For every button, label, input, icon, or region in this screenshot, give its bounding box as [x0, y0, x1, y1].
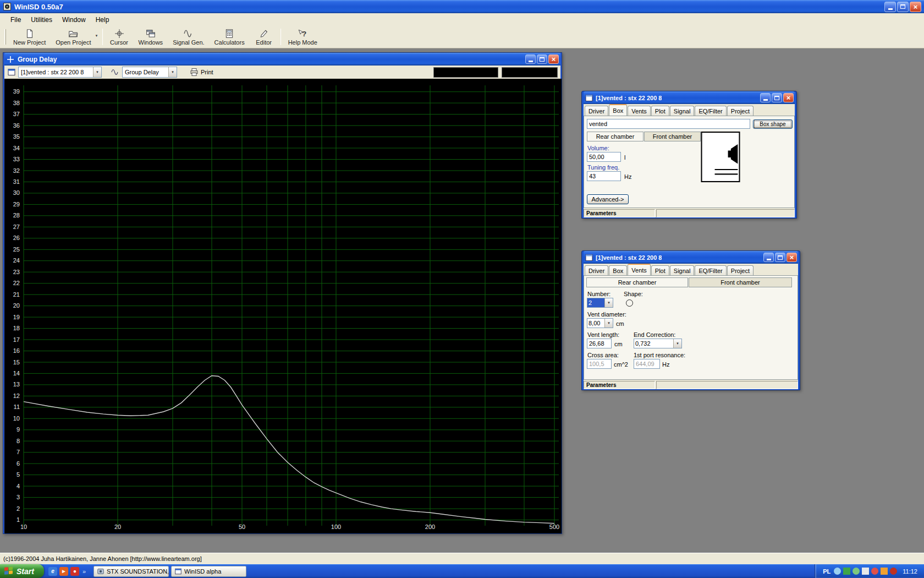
box-shape-button[interactable]: Box shape: [753, 119, 793, 129]
clock[interactable]: 11:12: [903, 568, 917, 575]
maximize-button[interactable]: [772, 93, 782, 102]
tab-signal[interactable]: Signal: [670, 106, 695, 116]
tab-project[interactable]: Project: [727, 106, 754, 116]
toolbar-button-label: New Project: [13, 39, 46, 46]
volume-unit: l: [624, 154, 625, 161]
chevron-down-icon[interactable]: ▼: [168, 67, 177, 77]
close-button[interactable]: ×: [910, 2, 921, 12]
svg-text:20: 20: [114, 524, 121, 530]
print-button[interactable]: Print: [186, 67, 217, 78]
menu-file[interactable]: File: [6, 14, 26, 25]
box-window-titlebar[interactable]: [1]vented : stx 22 200 8 ×: [584, 91, 795, 104]
front-chamber-tab[interactable]: Front chamber: [644, 132, 701, 141]
close-button[interactable]: ×: [548, 54, 559, 64]
minimize-button[interactable]: [884, 2, 896, 12]
chevron-down-icon[interactable]: ▼: [93, 67, 101, 77]
rear-chamber-tab[interactable]: Rear chamber: [586, 277, 688, 287]
tray-icon-6[interactable]: [881, 568, 888, 575]
calculators-icon: [224, 29, 234, 39]
start-button[interactable]: Start: [0, 564, 44, 578]
main-statusbar: (c)1996-2004 Juha Hartikainen, Janne Aho…: [0, 553, 924, 564]
project-selector-combo[interactable]: [1]vented : stx 22 200 8 ▼: [18, 67, 102, 78]
windows-button[interactable]: Windows: [134, 26, 168, 47]
tray-icon-1[interactable]: [834, 568, 841, 575]
plot-type-combo[interactable]: Group Delay ▼: [122, 67, 177, 78]
tuning-freq-input[interactable]: [587, 171, 621, 181]
minimize-button[interactable]: [760, 93, 771, 102]
tab-plot[interactable]: Plot: [651, 265, 669, 275]
chevron-down-icon[interactable]: ▼: [604, 298, 613, 307]
end-correction-combo[interactable]: 0,732 ▼: [634, 339, 682, 348]
ie-icon[interactable]: e: [48, 567, 57, 576]
chevron-down-icon[interactable]: ▼: [673, 339, 681, 348]
tab-project[interactable]: Project: [727, 265, 754, 275]
tab-box[interactable]: Box: [609, 104, 627, 116]
task-stx-soundstation[interactable]: STX SOUNDSTATION,...: [94, 566, 169, 577]
chevron-down-icon[interactable]: ▼: [604, 319, 613, 328]
tray-icon-5[interactable]: [871, 568, 878, 575]
group-delay-titlebar[interactable]: Group Delay ×: [4, 53, 560, 66]
tray-icon-7[interactable]: [890, 568, 897, 575]
svg-text:8: 8: [16, 438, 20, 444]
language-indicator[interactable]: PL: [823, 568, 831, 575]
vent-number-combo[interactable]: 2 ▼: [587, 298, 613, 308]
main-toolbar: New ProjectOpen Project▼CursorWindowsSig…: [0, 26, 924, 48]
vents-window-titlebar[interactable]: [1]vented : stx 22 200 8 ×: [584, 251, 798, 264]
tab-box[interactable]: Box: [609, 265, 627, 275]
box-name-input[interactable]: [587, 119, 750, 129]
rear-chamber-tab[interactable]: Rear chamber: [587, 132, 644, 141]
editor-button[interactable]: Editor: [250, 26, 278, 47]
cursor-readout-2: [502, 67, 558, 78]
firefox-icon[interactable]: ●: [70, 567, 79, 576]
maximize-button[interactable]: [537, 54, 547, 64]
menu-utilities[interactable]: Utilities: [26, 14, 57, 25]
menu-help[interactable]: Help: [91, 14, 114, 25]
media-player-icon[interactable]: ►: [59, 567, 68, 576]
open-project-button[interactable]: Open Project▼: [51, 26, 100, 47]
close-button[interactable]: ×: [783, 93, 794, 102]
tab-vents[interactable]: Vents: [628, 264, 651, 275]
tray-icon-2[interactable]: [843, 568, 850, 575]
calculators-button[interactable]: Calculators: [210, 26, 250, 47]
tab-eq-filter[interactable]: EQ/Filter: [695, 106, 726, 116]
vent-length-input[interactable]: [587, 339, 612, 348]
restore-button[interactable]: [897, 2, 909, 12]
vent-diameter-combo[interactable]: 8,00 ▼: [587, 318, 613, 328]
tab-vents[interactable]: Vents: [628, 106, 651, 116]
tab-signal[interactable]: Signal: [670, 265, 695, 275]
svg-text:39: 39: [13, 88, 20, 95]
tab-plot[interactable]: Plot: [651, 106, 669, 116]
close-button[interactable]: ×: [787, 253, 797, 262]
help-mode-button[interactable]: ?Help Mode: [283, 26, 322, 47]
tuning-freq-unit: Hz: [624, 173, 631, 180]
app-title: WinISD 0.50a7: [14, 3, 63, 11]
quick-launch-overflow-chevron[interactable]: »: [81, 568, 87, 575]
window-controls: ×: [760, 93, 794, 102]
task-winisd-alpha[interactable]: WinISD alpha: [171, 566, 246, 577]
minimize-button[interactable]: [763, 253, 774, 262]
maximize-button[interactable]: [775, 253, 785, 262]
advanced-button[interactable]: Advanced->: [587, 194, 629, 204]
vent-length-label: Vent length:: [587, 331, 619, 338]
print-icon: [190, 68, 199, 77]
document-icon: [585, 94, 593, 102]
status-filler: [656, 381, 798, 389]
cross-area-input: [587, 359, 612, 369]
signal-gen-button[interactable]: Signal Gen.: [168, 26, 209, 47]
minimize-button[interactable]: [525, 54, 536, 64]
volume-input[interactable]: [587, 152, 621, 162]
tab-driver[interactable]: Driver: [585, 106, 608, 116]
circle-shape-icon[interactable]: [626, 299, 633, 307]
tab-eq-filter[interactable]: EQ/Filter: [695, 265, 726, 275]
tab-driver[interactable]: Driver: [585, 265, 608, 275]
cursor-button[interactable]: Cursor: [105, 26, 134, 47]
volume-label: Volume:: [587, 145, 609, 151]
menu-window[interactable]: Window: [57, 14, 91, 25]
front-chamber-tab[interactable]: Front chamber: [689, 277, 792, 287]
tray-icon-4[interactable]: [862, 568, 869, 575]
group-delay-chart[interactable]: 1234567891011121314151617181920212223242…: [4, 79, 562, 533]
new-project-button[interactable]: New Project: [8, 26, 51, 47]
chevron-down-icon[interactable]: ▼: [95, 34, 98, 37]
quick-launch-bar: e►●»: [44, 567, 91, 576]
tray-icon-3[interactable]: [853, 568, 860, 575]
